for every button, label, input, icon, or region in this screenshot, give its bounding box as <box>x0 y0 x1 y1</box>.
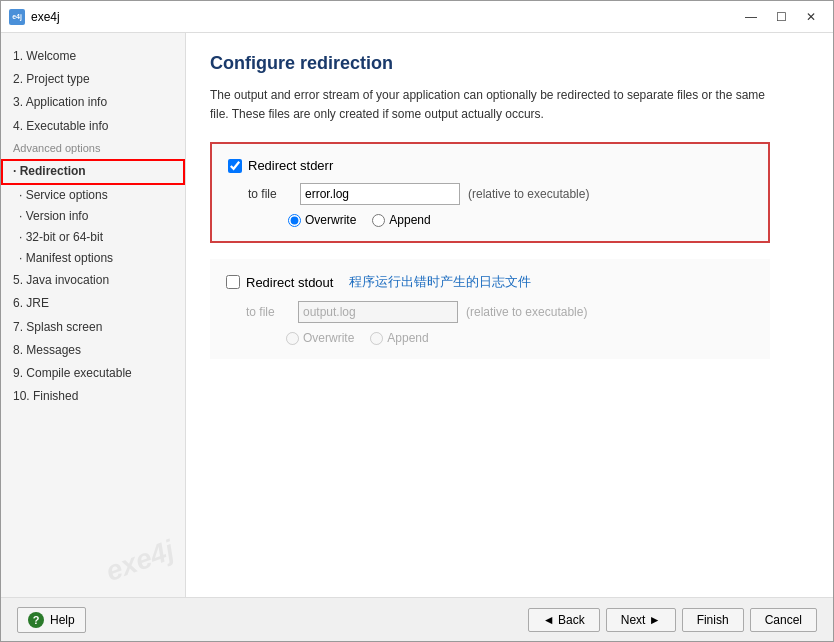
help-button[interactable]: ? Help <box>17 607 86 633</box>
sidebar-item-executable-info[interactable]: 4. Executable info <box>1 115 185 138</box>
stderr-append-radio[interactable] <box>372 214 385 227</box>
stderr-overwrite-option[interactable]: Overwrite <box>288 213 356 227</box>
finish-button[interactable]: Finish <box>682 608 744 632</box>
next-button[interactable]: Next ► <box>606 608 676 632</box>
cancel-button[interactable]: Cancel <box>750 608 817 632</box>
sidebar-item-messages[interactable]: 8. Messages <box>1 339 185 362</box>
stdout-checkbox[interactable] <box>226 275 240 289</box>
stderr-file-hint: (relative to executable) <box>468 187 589 201</box>
stdout-file-row: to file (relative to executable) <box>226 301 754 323</box>
sidebar-item-32-64-bit[interactable]: · 32-bit or 64-bit <box>1 227 185 248</box>
back-button[interactable]: ◄ Back <box>528 608 600 632</box>
stderr-checkbox-label: Redirect stderr <box>248 158 333 173</box>
main-window: e4j exe4j — ☐ ✕ 1. Welcome 2. Project ty… <box>0 0 834 642</box>
stdout-overwrite-radio[interactable] <box>286 332 299 345</box>
title-bar: e4j exe4j — ☐ ✕ <box>1 1 833 33</box>
stdout-append-option[interactable]: Append <box>370 331 428 345</box>
sidebar-item-version-info[interactable]: · Version info <box>1 206 185 227</box>
page-title: Configure redirection <box>210 53 809 74</box>
minimize-button[interactable]: — <box>737 7 765 27</box>
sidebar-item-manifest-options[interactable]: · Manifest options <box>1 248 185 269</box>
stderr-append-option[interactable]: Append <box>372 213 430 227</box>
stderr-file-row: to file (relative to executable) <box>228 183 752 205</box>
watermark: exe4j <box>102 534 179 588</box>
main-panel: Configure redirection The output and err… <box>186 33 833 597</box>
title-bar-controls: — ☐ ✕ <box>737 7 825 27</box>
title-bar-left: e4j exe4j <box>9 9 60 25</box>
stdout-file-input[interactable] <box>298 301 458 323</box>
stdout-overwrite-option[interactable]: Overwrite <box>286 331 354 345</box>
stdout-section: Redirect stdout 程序运行出错时产生的日志文件 to file (… <box>210 259 770 359</box>
stderr-section: Redirect stderr to file (relative to exe… <box>210 142 770 243</box>
sidebar-item-jre[interactable]: 6. JRE <box>1 292 185 315</box>
sidebar: 1. Welcome 2. Project type 3. Applicatio… <box>1 33 186 597</box>
stdout-annotation: 程序运行出错时产生的日志文件 <box>349 273 531 291</box>
description-text: The output and error stream of your appl… <box>210 86 770 124</box>
sidebar-item-service-options[interactable]: · Service options <box>1 185 185 206</box>
sidebar-item-redirection[interactable]: · Redirection <box>1 159 185 184</box>
sidebar-item-advanced-options[interactable]: Advanced options <box>1 138 185 160</box>
stderr-checkbox[interactable] <box>228 159 242 173</box>
stdout-file-label: to file <box>246 305 290 319</box>
sidebar-item-project-type[interactable]: 2. Project type <box>1 68 185 91</box>
close-button[interactable]: ✕ <box>797 7 825 27</box>
sidebar-item-splash-screen[interactable]: 7. Splash screen <box>1 316 185 339</box>
sidebar-item-compile-executable[interactable]: 9. Compile executable <box>1 362 185 385</box>
sidebar-item-java-invocation[interactable]: 5. Java invocation <box>1 269 185 292</box>
app-icon: e4j <box>9 9 25 25</box>
stderr-radio-row: Overwrite Append <box>228 213 752 227</box>
stderr-file-input[interactable] <box>300 183 460 205</box>
maximize-button[interactable]: ☐ <box>767 7 795 27</box>
content-area: 1. Welcome 2. Project type 3. Applicatio… <box>1 33 833 597</box>
sidebar-item-application-info[interactable]: 3. Application info <box>1 91 185 114</box>
window-title: exe4j <box>31 10 60 24</box>
stdout-append-radio[interactable] <box>370 332 383 345</box>
stderr-checkbox-row: Redirect stderr <box>228 158 752 173</box>
stderr-file-label: to file <box>248 187 292 201</box>
bottom-bar: ? Help ◄ Back Next ► Finish Cancel <box>1 597 833 641</box>
sidebar-item-welcome[interactable]: 1. Welcome <box>1 45 185 68</box>
stdout-radio-row: Overwrite Append <box>226 331 754 345</box>
stdout-checkbox-row: Redirect stdout 程序运行出错时产生的日志文件 <box>226 273 754 291</box>
help-icon: ? <box>28 612 44 628</box>
stdout-checkbox-label: Redirect stdout <box>246 275 333 290</box>
nav-buttons: ◄ Back Next ► Finish Cancel <box>528 608 817 632</box>
stderr-overwrite-radio[interactable] <box>288 214 301 227</box>
stdout-file-hint: (relative to executable) <box>466 305 587 319</box>
sidebar-item-finished[interactable]: 10. Finished <box>1 385 185 408</box>
